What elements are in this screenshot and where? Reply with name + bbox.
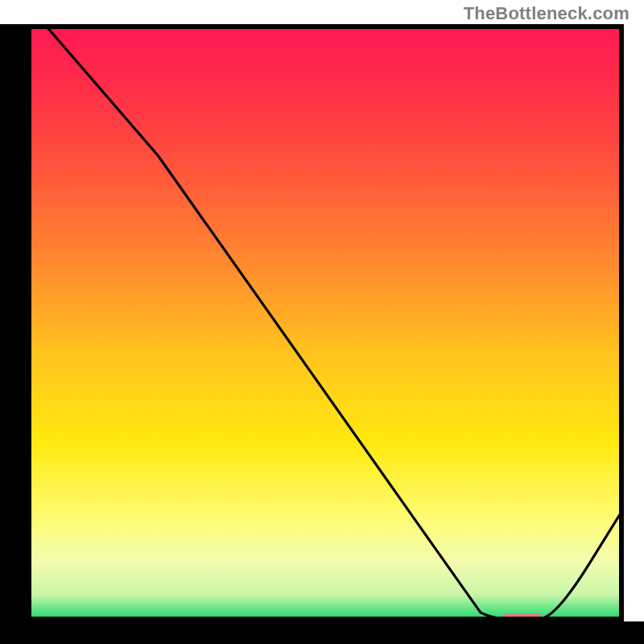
bottleneck-chart	[0, 0, 644, 644]
axis-band-left	[0, 24, 27, 644]
plot-gradient-background	[27, 24, 624, 621]
chart-stage: TheBottleneck.com	[0, 0, 644, 644]
axis-band-bottom	[0, 621, 644, 644]
watermark-text: TheBottleneck.com	[464, 3, 630, 24]
